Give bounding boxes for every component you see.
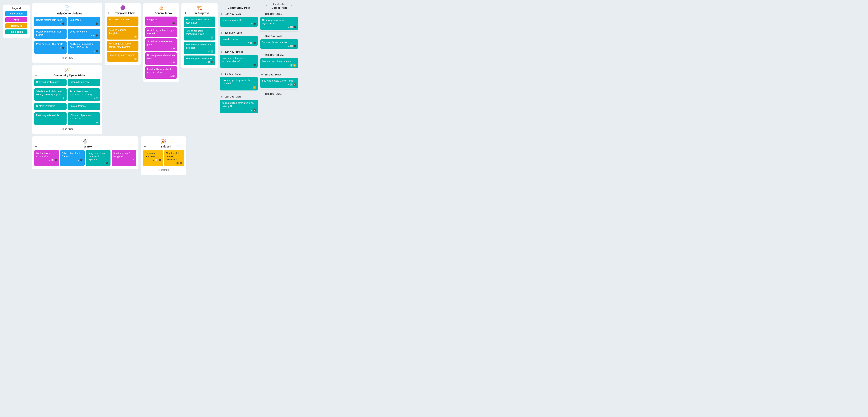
add-help-center-btn[interactable]: + [34, 11, 38, 15]
card-marketing-automation[interactable]: Marketing Automation content flow diagra… [107, 41, 138, 51]
card-shortcut-sticky[interactable]: Short cut for sticky notes ≡⬜⚫ [260, 39, 298, 49]
card-restore-deleted[interactable]: Restoring a deleted file [34, 112, 67, 125]
card-restore-trash[interactable]: How to restore from trash 👁⚫ [34, 17, 67, 26]
add-social-w1[interactable]: + [260, 12, 264, 16]
card-default-style[interactable]: Setting default style [68, 79, 100, 86]
add-social-w5[interactable]: + [260, 92, 264, 96]
card-async-community[interactable]: We Are Async Community ≡3⚫ [34, 150, 59, 166]
avatar-icon: R [293, 64, 296, 67]
menu-icon: ≡ [248, 42, 249, 44]
card-roadmap-templates[interactable]: Roadmap templates ≡⬜⚫ [143, 150, 163, 166]
card-lorem-ipsum[interactable]: Lorem ipsum. It regenerates! ≡3R [260, 58, 298, 68]
card-comment-gifs[interactable]: Update comment gifs for boards [34, 29, 67, 39]
card-scim[interactable]: More detailed SCIM article ≡⚫ [34, 41, 67, 54]
square-icon: ⬜ [155, 159, 158, 161]
add-community-w1[interactable]: + [220, 12, 223, 16]
card-copy-link[interactable]: Copy link to here ≡👁⚫ [68, 29, 100, 39]
eye-icon: 👁 [93, 34, 95, 36]
card-adding-templates[interactable]: Adding multiple templates to an existing… [220, 100, 258, 113]
card-icon-library[interactable]: Suggestion: Icon Library with keywords ≡… [86, 150, 111, 166]
card-dark-mode[interactable]: Dark mode ≡⚫ [68, 17, 100, 26]
card-more-retro[interactable]: More retro templates ≡ [107, 17, 138, 26]
community-w2-label: 22nd Nov - Jack [225, 32, 242, 34]
shipped-icon: 🎉 [143, 138, 184, 144]
card-fast-canvas[interactable]: Article about Fast Canvas ≡⚫ [60, 150, 85, 166]
card-zoom-content[interactable]: Zoom to content ≡⬜⚫ [220, 36, 258, 45]
card-safe-agile[interactable]: New Template: SAFe agile ≡⬜ [184, 56, 215, 65]
menu-icon: ≡ [288, 64, 289, 66]
more-icon: 📋 [61, 128, 64, 130]
social-post-column: Social Post + 15th Nov - Jade Changing i… [260, 6, 298, 116]
card-custom-templates[interactable]: Custom Templates [34, 103, 67, 110]
menu-icon: ≡ [288, 45, 289, 47]
square-icon: ⬜ [208, 61, 210, 63]
add-social-w2[interactable]: + [260, 34, 264, 38]
add-shipped-btn[interactable]: + [143, 145, 147, 149]
general-inbox-title-row: + General Inbox [145, 11, 177, 15]
community-post-column: Community Post + 15th Nov - Jade Nested … [220, 6, 258, 116]
add-community-w5[interactable]: + [220, 95, 223, 99]
card-link-board[interactable]: Link to a specific place in the board / … [220, 77, 258, 91]
add-templates-inbox-btn[interactable]: + [107, 11, 111, 15]
tips-title-row: + Community Tips & Tricks [34, 73, 100, 77]
general-inbox-icon: 🎂 [145, 5, 177, 10]
card-new-template-request[interactable]: New template request: presentatio... 3 [164, 150, 184, 166]
card-paste-objects[interactable]: Paste objects into comments as an image … [68, 88, 100, 101]
card-copy-paste-style[interactable]: Copy and pasting style [34, 79, 67, 86]
community-tips-column: 🪄 + Community Tips & Tricks Copy and pas… [32, 65, 102, 134]
add-social-w4[interactable]: + [260, 73, 264, 76]
add-in-progress-btn[interactable]: + [184, 11, 187, 15]
legend-help-center[interactable]: Help Center [5, 11, 27, 16]
avatar-icon: D [293, 83, 296, 86]
card-chapter-objects[interactable]: "Chapter" objects in a presentation ≡👁 [68, 112, 100, 125]
card-account-mapping[interactable]: Account Mapping Templates 3 [107, 27, 138, 40]
social-week-1: + 15th Nov - Jade Changing icons for fil… [260, 12, 298, 32]
legend-tips-tricks[interactable]: Tips & Tricks [5, 29, 27, 34]
card-3d-effect[interactable]: 3d effect by doubling and slightly offse… [34, 88, 67, 101]
templates-inbox-title-row: + Templates Inbox [107, 11, 138, 15]
card-custom-themes[interactable]: Custom themes [68, 103, 100, 110]
eye-icon: 👁 [63, 97, 65, 99]
menu-icon: ≡ [288, 26, 289, 28]
menu-icon: ≡ [133, 159, 134, 161]
add-community-w3[interactable]: + [220, 50, 223, 54]
card-support-blog[interactable]: How we manage support blog post 👁1 [184, 42, 215, 54]
shipped-more[interactable]: 📋 68 more [143, 167, 184, 173]
card-embedding-guru[interactable]: New article about embedding in Guru 1 [184, 28, 215, 41]
menu-icon: ≡ [94, 50, 95, 52]
card-processing-leads[interactable]: Processing leads diagram 1 [107, 52, 138, 62]
card-email-notification[interactable]: Email notification about account balance… [145, 66, 177, 79]
avatar-icon: D [253, 108, 256, 111]
add-community-w4[interactable]: + [220, 72, 223, 76]
add-general-inbox-btn[interactable]: + [145, 11, 149, 15]
in-progress-title-row: + In Progress [184, 11, 215, 15]
card-audit-cycle[interactable]: Audit for cycle board bugs needed [145, 27, 177, 37]
social-week-2: + 22nd Nov - Jack Short cut for sticky n… [260, 34, 298, 51]
avatar-icon: J [253, 86, 256, 89]
tips-more[interactable]: 📋 14 more [34, 126, 100, 132]
card-scheduled-maintenance[interactable]: Scheduled maintenance prep ≡⚙ [145, 38, 177, 51]
card-nested-templates[interactable]: Nested template files ≡⚫ [220, 17, 258, 27]
templates-inbox-title: Templates Inbox [112, 11, 138, 14]
community-w3-label: 29th Nov - Rhoda [225, 51, 243, 53]
card-wireframe-divider[interactable]: Have you met our clever wireframe divide… [220, 55, 258, 68]
dot-icon: ⚫ [62, 46, 65, 49]
card-blog-posts[interactable]: Blog posts ≡⚫ [145, 17, 177, 26]
card-see-who-created[interactable]: See who created a file or folder ≡3D [260, 78, 298, 88]
more-icon: 📋 [61, 57, 64, 59]
card-changing-icons[interactable]: Changing icons for file organization ≡⬜⚫ [260, 17, 298, 30]
add-community-w2[interactable]: + [220, 31, 223, 35]
help-center-more[interactable]: 📋 14 more [34, 55, 100, 61]
tips-title: Community Tips & Tricks [39, 74, 100, 77]
social-w1-label: 15th Nov - Jade [265, 13, 282, 15]
add-tips-btn[interactable]: + [34, 73, 38, 77]
legend-misc[interactable]: Misc [5, 17, 27, 22]
community-w4-label: 6th Dec - Darta [225, 73, 241, 75]
card-update-video[interactable]: Update places where video lives ≡⚙ [145, 52, 177, 65]
card-advent[interactable]: Help with advent and no-code advent [184, 17, 215, 27]
card-jumploud[interactable]: Addition of Jumploud to SAML SSO article… [68, 41, 100, 54]
add-social-w3[interactable]: + [260, 53, 264, 57]
card-roadmap-post[interactable]: Roadmap post / blog post ≡ [112, 150, 136, 166]
add-icebox-btn[interactable]: + [34, 145, 38, 149]
legend-templates[interactable]: Templates [5, 23, 27, 28]
